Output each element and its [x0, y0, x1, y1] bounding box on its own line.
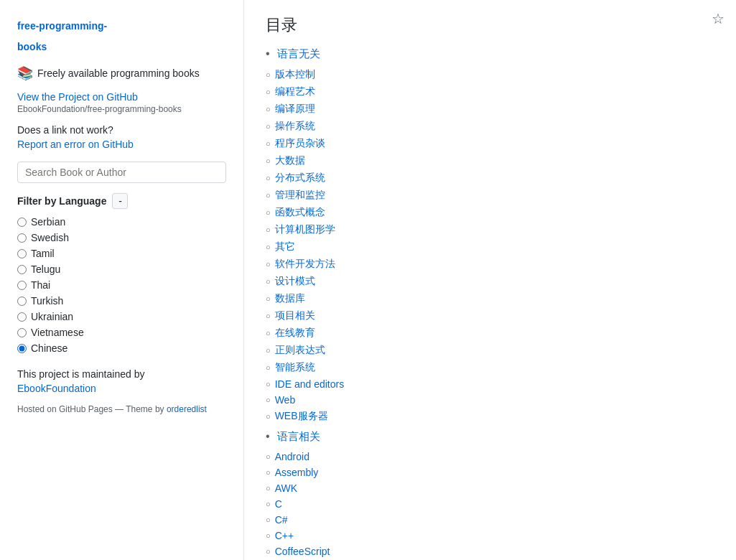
- toc-coffeescript-link[interactable]: CoffeeScript: [275, 546, 330, 557]
- toc-csharp-link[interactable]: C#: [275, 514, 288, 526]
- list-item: Swedish: [17, 232, 226, 243]
- site-title: free-programming-books: [17, 14, 226, 55]
- filter-toggle-button[interactable]: -: [112, 193, 128, 209]
- toc-lang-neutral-link[interactable]: 语言无关: [277, 47, 320, 60]
- list-item: 在线教育: [266, 327, 714, 340]
- list-item: 计算机图形学: [266, 223, 714, 236]
- list-item: IDE and editors: [266, 378, 714, 390]
- toc-android-link[interactable]: Android: [275, 451, 309, 462]
- list-item: Assembly: [266, 467, 714, 478]
- list-item: 项目相关: [266, 309, 714, 322]
- swedish-radio[interactable]: [17, 233, 27, 243]
- ebook-foundation-link[interactable]: EbookFoundation: [17, 383, 96, 394]
- tamil-radio[interactable]: [17, 249, 27, 258]
- chinese-radio[interactable]: [17, 344, 27, 353]
- tamil-label[interactable]: Tamil: [31, 248, 55, 259]
- telugu-radio[interactable]: [17, 265, 27, 274]
- toc-sub-link[interactable]: 计算机图形学: [275, 223, 335, 236]
- toc-sub-link[interactable]: 编译原理: [275, 103, 315, 116]
- toc-sub-link[interactable]: 正则表达式: [275, 344, 325, 357]
- books-emoji: 📚: [17, 65, 33, 81]
- site-description: 📚 Freely available programming books: [17, 65, 226, 81]
- list-item: Chinese: [17, 342, 226, 354]
- list-item: C#: [266, 514, 714, 526]
- toc-sub-link[interactable]: 智能系统: [275, 361, 315, 374]
- list-item: 操作系统: [266, 120, 714, 133]
- vietnamese-label[interactable]: Vietnamese: [31, 327, 84, 338]
- toc-sub-link[interactable]: 其它: [275, 241, 295, 253]
- toc-c-link[interactable]: C: [275, 498, 282, 510]
- toc-ide-editors-link[interactable]: IDE and editors: [275, 378, 345, 390]
- list-item: 程序员杂谈: [266, 137, 714, 150]
- toc-section-lang-neutral: • 语言无关 版本控制 编程艺术 编译原理 操作系统 程序员杂谈 大数据 分布式…: [266, 47, 714, 423]
- toc-sub-link[interactable]: 编程艺术: [275, 85, 315, 98]
- search-input[interactable]: [17, 162, 226, 183]
- toc-sub-link[interactable]: 程序员杂谈: [275, 137, 325, 150]
- list-item: Web: [266, 394, 714, 406]
- github-path: EbookFoundation/free-programming-books: [17, 104, 226, 114]
- toc-sub-link[interactable]: 版本控制: [275, 68, 315, 81]
- toc-web-link[interactable]: Web: [275, 394, 296, 406]
- toc-lang-related-link[interactable]: 语言相关: [277, 430, 320, 442]
- toc-sub-link[interactable]: 软件开发方法: [275, 258, 335, 271]
- toc-neutral-sub-list: 版本控制 编程艺术 编译原理 操作系统 程序员杂谈 大数据 分布式系统 管理和监…: [266, 68, 714, 423]
- list-item: AWK: [266, 482, 714, 494]
- vietnamese-radio[interactable]: [17, 328, 27, 337]
- list-item: 版本控制: [266, 68, 714, 81]
- report-error-link[interactable]: Report an error on GitHub: [17, 139, 226, 150]
- hosted-label: Hosted on GitHub Pages — Theme by: [17, 404, 164, 414]
- project-maintained-text: This project is maintained by: [17, 368, 226, 380]
- list-item: Telugu: [17, 263, 226, 275]
- toc-sub-link[interactable]: 函数式概念: [275, 206, 325, 219]
- turkish-label[interactable]: Turkish: [31, 295, 63, 307]
- list-item: 编译原理: [266, 103, 714, 116]
- toc-sub-link[interactable]: 管理和监控: [275, 189, 325, 202]
- chinese-label[interactable]: Chinese: [31, 342, 67, 354]
- orderedlist-link[interactable]: orderedlist: [167, 404, 207, 414]
- thai-radio[interactable]: [17, 281, 27, 290]
- list-item: 编程艺术: [266, 85, 714, 98]
- toc-awk-link[interactable]: AWK: [275, 482, 297, 494]
- list-item: 大数据: [266, 154, 714, 167]
- list-item: C++: [266, 530, 714, 541]
- toc-sub-link[interactable]: 分布式系统: [275, 172, 325, 185]
- list-item: Android: [266, 451, 714, 462]
- toc-sub-link[interactable]: 在线教育: [275, 327, 315, 340]
- ukrainian-label[interactable]: Ukrainian: [31, 311, 73, 322]
- ukrainian-radio[interactable]: [17, 312, 27, 322]
- thai-label[interactable]: Thai: [31, 279, 50, 291]
- list-item: 数据库: [266, 292, 714, 305]
- telugu-label[interactable]: Telugu: [31, 263, 60, 275]
- list-item: 其它: [266, 241, 714, 253]
- hosted-text: Hosted on GitHub Pages — Theme by ordere…: [17, 404, 226, 414]
- list-item: CoffeeScript: [266, 546, 714, 557]
- filter-header: Filter by Language -: [17, 193, 226, 209]
- turkish-radio[interactable]: [17, 297, 27, 306]
- toc-related-sub-list: Android Assembly AWK C C# C++ CoffeeScri…: [266, 451, 714, 560]
- site-title-link[interactable]: free-programming-books: [17, 20, 107, 52]
- toc-sub-link[interactable]: 数据库: [275, 292, 305, 305]
- serbian-label[interactable]: Serbian: [31, 216, 65, 228]
- filter-label: Filter by Language: [17, 195, 106, 207]
- toc-sub-link[interactable]: 项目相关: [275, 309, 315, 322]
- list-item: Ukrainian: [17, 311, 226, 322]
- star-icon[interactable]: ☆: [712, 10, 725, 27]
- list-item: WEB服务器: [266, 410, 714, 423]
- sidebar: free-programming-books 📚 Freely availabl…: [0, 0, 244, 560]
- list-item: Thai: [17, 279, 226, 291]
- toc-sub-link[interactable]: 操作系统: [275, 120, 315, 133]
- serbian-radio[interactable]: [17, 218, 27, 227]
- swedish-label[interactable]: Swedish: [31, 232, 69, 243]
- toc-title: 目录: [266, 14, 714, 36]
- toc-cpp-link[interactable]: C++: [275, 530, 294, 541]
- toc-web-server-link[interactable]: WEB服务器: [275, 410, 328, 423]
- list-item: 分布式系统: [266, 172, 714, 185]
- list-item: Vietnamese: [17, 327, 226, 338]
- toc-sub-link[interactable]: 大数据: [275, 154, 305, 167]
- list-item: 设计模式: [266, 275, 714, 288]
- list-item: 正则表达式: [266, 344, 714, 357]
- toc-assembly-link[interactable]: Assembly: [275, 467, 319, 478]
- toc-sub-link[interactable]: 设计模式: [275, 275, 315, 288]
- view-github-link[interactable]: View the Project on GitHub: [17, 91, 138, 103]
- list-item: Serbian: [17, 216, 226, 228]
